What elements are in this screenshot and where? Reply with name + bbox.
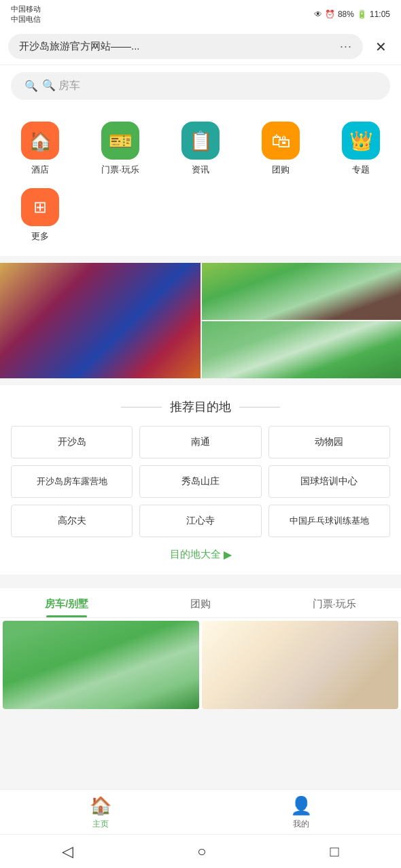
search-placeholder: 🔍 房车 xyxy=(42,79,80,93)
image-gallery xyxy=(0,263,401,378)
gallery-main-image[interactable] xyxy=(0,263,201,378)
time-label: 11:05 xyxy=(370,10,390,19)
menu-item-news[interactable]: 📋 资讯 xyxy=(160,117,241,184)
dest-rv-camp[interactable]: 开沙岛房车露营地 xyxy=(11,465,133,498)
dest-nantong-label: 南通 xyxy=(191,436,210,447)
dest-more-arrow: ▶ xyxy=(224,548,232,561)
tab-ticket[interactable]: 门票·玩乐 xyxy=(267,588,401,617)
group-label: 团购 xyxy=(272,164,290,176)
status-bar: 中国移动 中国电信 👁 ⏰ 88% 🔋 11:05 xyxy=(0,0,401,29)
gallery-forest-image[interactable] xyxy=(202,321,401,378)
menu-item-group[interactable]: 🛍 团购 xyxy=(241,117,321,184)
ticket-label: 门票·玩乐 xyxy=(101,164,139,176)
gallery-side-images xyxy=(202,263,401,378)
dest-kaishadao[interactable]: 开沙岛 xyxy=(11,426,133,458)
battery-label: 88% xyxy=(338,10,354,19)
dest-golf-training-label: 国球培训中心 xyxy=(300,475,358,486)
rv-interior-image xyxy=(0,263,201,378)
dest-golf-label: 高尔夫 xyxy=(58,515,86,526)
hotel-icon: 🏠 xyxy=(21,122,59,160)
tab-rv[interactable]: 房车/别墅 xyxy=(0,588,134,617)
tabs-header: 房车/别墅 团购 门票·玩乐 xyxy=(0,588,401,618)
menu-item-special[interactable]: 👑 专题 xyxy=(321,117,401,184)
profile-nav-icon: 👤 xyxy=(290,795,312,816)
hotel-label: 酒店 xyxy=(31,164,49,176)
dest-nantong[interactable]: 南通 xyxy=(139,426,261,458)
carrier2: 中国电信 xyxy=(11,14,41,24)
news-icon: 📋 xyxy=(181,122,220,160)
home-nav-label: 主页 xyxy=(92,818,109,830)
dest-xiudao-label: 秀岛山庄 xyxy=(181,475,220,486)
recommended-title: 推荐目的地 xyxy=(11,399,390,415)
dest-kaishadao-label: 开沙岛 xyxy=(58,436,86,447)
forest-image xyxy=(202,321,401,378)
profile-nav-label: 我的 xyxy=(293,818,309,830)
special-icon: 👑 xyxy=(342,122,380,160)
search-input[interactable]: 🔍 🔍 房车 xyxy=(11,72,390,100)
dest-zoo-label: 动物园 xyxy=(315,436,343,447)
tab-group-label: 团购 xyxy=(190,598,211,609)
dest-more-text: 目的地大全 xyxy=(170,548,221,561)
browser-close-button[interactable]: ✕ xyxy=(368,35,393,59)
tab-rv-label: 房车/别墅 xyxy=(45,598,88,609)
news-label: 资讯 xyxy=(192,164,209,176)
dest-jiangxin[interactable]: 江心寺 xyxy=(139,505,261,537)
tab-trees-image[interactable] xyxy=(3,621,199,709)
ticket-icon: 🎫 xyxy=(101,122,139,160)
search-bar-container: 🔍 🔍 房车 xyxy=(0,65,401,107)
more-icon: ⊞ xyxy=(21,188,59,226)
group-icon: 🛍 xyxy=(262,122,300,160)
dest-zoo[interactable]: 动物园 xyxy=(268,426,390,458)
divider2 xyxy=(0,378,401,385)
trees-img xyxy=(3,621,199,709)
home-button[interactable]: ○ xyxy=(197,843,206,861)
browser-options-dots[interactable]: ··· xyxy=(340,39,352,54)
system-nav: ◁ ○ □ xyxy=(0,834,401,868)
menu-item-ticket[interactable]: 🎫 门票·玩乐 xyxy=(80,117,160,184)
home-nav-icon: 🏠 xyxy=(90,795,111,816)
browser-bar: 开沙岛旅游官方网站——... ··· ✕ xyxy=(0,29,401,65)
destination-grid: 开沙岛 南通 动物园 开沙岛房车露营地 秀岛山庄 国球培训中心 高尔夫 江心寺 … xyxy=(11,426,390,537)
tabs-section: 房车/别墅 团购 门票·玩乐 xyxy=(0,588,401,709)
rv-img2 xyxy=(202,621,398,709)
dest-rv-camp-label: 开沙岛房车露营地 xyxy=(37,476,107,486)
tab-ticket-label: 门票·玩乐 xyxy=(313,598,356,609)
dest-golf-training[interactable]: 国球培训中心 xyxy=(268,465,390,498)
search-icon: 🔍 xyxy=(24,79,38,92)
gallery-hut-image[interactable] xyxy=(202,263,401,320)
hut-image xyxy=(202,263,401,320)
dest-pingpong-label: 中国乒乓球训练基地 xyxy=(290,516,369,526)
divider1 xyxy=(0,256,401,263)
recommended-section: 推荐目的地 开沙岛 南通 动物园 开沙岛房车露营地 秀岛山庄 国球培训中心 高尔… xyxy=(0,385,401,575)
dest-xiudao[interactable]: 秀岛山庄 xyxy=(139,465,261,498)
alarm-icon: ⏰ xyxy=(325,10,335,19)
recent-button[interactable]: □ xyxy=(330,843,339,861)
bottom-nav: 🏠 主页 👤 我的 xyxy=(0,789,401,834)
eye-icon: 👁 xyxy=(314,10,322,19)
carrier1: 中国移动 xyxy=(11,4,41,14)
icon-menu: 🏠 酒店 🎫 门票·玩乐 📋 资讯 🛍 团购 👑 专题 ⊞ 更多 xyxy=(0,107,401,256)
back-button[interactable]: ◁ xyxy=(62,843,73,861)
bottom-spacer xyxy=(0,709,401,777)
tab-rv-image[interactable] xyxy=(202,621,398,709)
divider3 xyxy=(0,575,401,581)
dest-jiangxin-label: 江心寺 xyxy=(186,515,215,526)
more-label: 更多 xyxy=(31,230,49,242)
dest-more-link[interactable]: 目的地大全 ▶ xyxy=(170,548,232,561)
carrier-info: 中国移动 中国电信 xyxy=(11,4,41,24)
menu-item-hotel[interactable]: 🏠 酒店 xyxy=(0,117,80,184)
battery-icon: 🔋 xyxy=(357,10,367,19)
tab-group[interactable]: 团购 xyxy=(134,588,268,617)
dest-more-container: 目的地大全 ▶ xyxy=(11,548,390,561)
nav-home[interactable]: 🏠 主页 xyxy=(0,790,201,834)
dest-pingpong[interactable]: 中国乒乓球训练基地 xyxy=(268,505,390,537)
browser-url-bar[interactable]: 开沙岛旅游官方网站——... ··· xyxy=(8,34,363,59)
special-label: 专题 xyxy=(352,164,370,176)
menu-item-more[interactable]: ⊞ 更多 xyxy=(0,184,80,251)
nav-profile[interactable]: 👤 我的 xyxy=(201,790,401,834)
tab-content-rv xyxy=(0,618,401,709)
browser-url-text: 开沙岛旅游官方网站——... xyxy=(19,40,140,53)
status-right: 👁 ⏰ 88% 🔋 11:05 xyxy=(314,10,390,19)
dest-golf[interactable]: 高尔夫 xyxy=(11,505,133,537)
